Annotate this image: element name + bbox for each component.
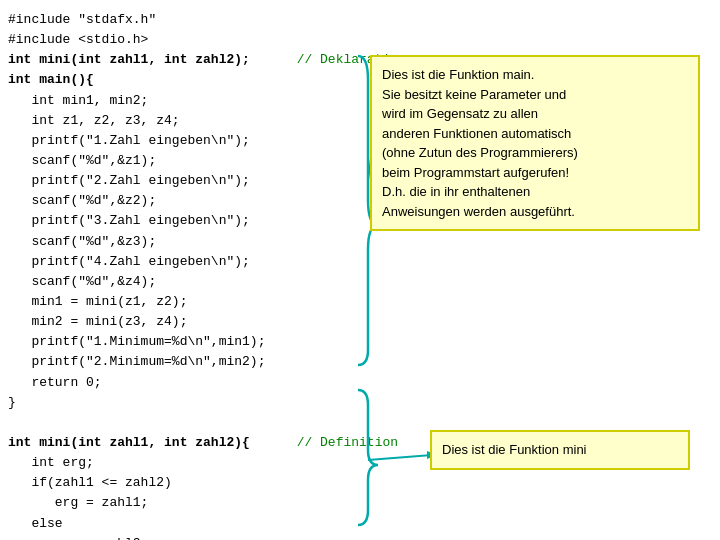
main-container: #include "stdafx.h" #include <stdio.h> i… [0, 0, 720, 540]
line-14: scanf("%d",&z4); [8, 272, 712, 292]
comment-definition: // Definition [297, 435, 398, 450]
line-25: erg = zahl1; [8, 493, 712, 513]
line-19: return 0; [8, 373, 712, 393]
line-13: printf("4.Zahl eingeben\n"); [8, 252, 712, 272]
line-27: erg = zahl2; [8, 534, 712, 540]
line-17: printf("1.Minimum=%d\n",min1); [8, 332, 712, 352]
func-def: int mini(int zahl1, int zahl2){ [8, 435, 250, 450]
line-20: } [8, 393, 712, 413]
line-1: #include "stdafx.h" [8, 10, 712, 30]
line-12: scanf("%d",&z3); [8, 232, 712, 252]
line-16: min2 = mini(z3, z4); [8, 312, 712, 332]
line-2: #include <stdio.h> [8, 30, 712, 50]
tooltip-main-function: Dies ist die Funktion main. Sie besitzt … [370, 55, 700, 231]
line-24: if(zahl1 <= zahl2) [8, 473, 712, 493]
tooltip-main-text: Dies ist die Funktion main. Sie besitzt … [382, 67, 578, 219]
line-15: min1 = mini(z1, z2); [8, 292, 712, 312]
tooltip-mini-function: Dies ist die Funktion mini [430, 430, 690, 470]
line-18: printf("2.Minimum=%d\n",min2); [8, 352, 712, 372]
tooltip-mini-text: Dies ist die Funktion mini [442, 442, 587, 457]
line-26: else [8, 514, 712, 534]
func-decl: int mini(int zahl1, int zahl2); [8, 52, 250, 67]
